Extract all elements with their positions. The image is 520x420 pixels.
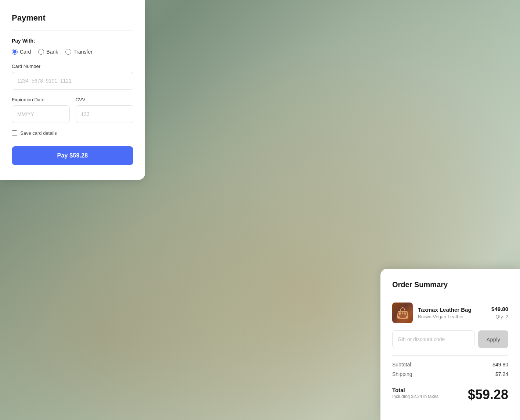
apply-button[interactable]: Apply: [478, 330, 508, 348]
cvv-field: CVV: [76, 97, 134, 123]
shipping-value: $7.24: [495, 371, 508, 377]
product-row: Taxmax Leather Bag Brown Vegan Leather $…: [392, 303, 508, 323]
card-number-label: Card Number: [12, 64, 133, 69]
summary-divider-top: [392, 355, 508, 356]
order-summary-title: Order Summary: [392, 280, 508, 289]
radio-bank[interactable]: Bank: [38, 49, 58, 55]
product-price: $49.80: [491, 306, 508, 312]
product-thumbnail: [392, 303, 413, 323]
product-price-column: $49.80 Qty: 2: [491, 306, 508, 320]
payment-method-group: Card Bank Transfer: [12, 49, 133, 55]
expiry-cvv-row: Expiration Date CVV: [12, 97, 133, 123]
save-card-checkbox[interactable]: [12, 130, 17, 136]
card-number-input[interactable]: [12, 72, 133, 90]
card-number-field: Card Number: [12, 64, 133, 90]
order-summary-card: Order Summary Taxmax Leather Bag Brown V…: [380, 269, 520, 420]
pay-button[interactable]: Pay $59.28: [12, 146, 133, 165]
discount-input[interactable]: [392, 330, 474, 348]
save-card-row: Save card details: [12, 130, 133, 136]
radio-transfer[interactable]: Transfer: [65, 49, 93, 55]
order-divider: [392, 295, 508, 295]
total-tax: Including $2.24 in taxes: [392, 394, 438, 399]
payment-card: Payment Pay With: Card Bank Transfer Car…: [0, 0, 145, 180]
radio-transfer-label: Transfer: [73, 49, 93, 55]
payment-title: Payment: [12, 13, 133, 23]
product-name: Taxmax Leather Bag: [418, 307, 486, 313]
expiration-label: Expiration Date: [12, 97, 70, 102]
cvv-input[interactable]: [76, 105, 134, 123]
product-variant: Brown Vegan Leather: [418, 314, 486, 319]
total-label-group: Total Including $2.24 in taxes: [392, 387, 438, 399]
subtotal-value: $49.80: [492, 362, 508, 368]
subtotal-row: Subtotal $49.80: [392, 362, 508, 368]
radio-card[interactable]: Card: [12, 49, 31, 55]
product-qty: Qty: 2: [495, 314, 508, 319]
subtotal-label: Subtotal: [392, 362, 411, 368]
save-card-label: Save card details: [20, 130, 57, 136]
radio-bank-input[interactable]: [38, 49, 44, 55]
product-info: Taxmax Leather Bag Brown Vegan Leather: [418, 307, 486, 319]
total-amount: $59.28: [468, 387, 508, 402]
total-divider: [392, 381, 508, 381]
radio-transfer-input[interactable]: [65, 49, 71, 55]
total-row: Total Including $2.24 in taxes $59.28: [392, 387, 508, 402]
shipping-label: Shipping: [392, 371, 412, 377]
radio-card-label: Card: [20, 49, 31, 55]
pay-with-label: Pay With:: [12, 38, 133, 44]
payment-divider: [12, 30, 133, 30]
radio-card-input[interactable]: [12, 49, 18, 55]
shipping-row: Shipping $7.24: [392, 371, 508, 377]
expiration-input[interactable]: [12, 105, 70, 123]
expiration-field: Expiration Date: [12, 97, 70, 123]
cvv-label: CVV: [76, 97, 134, 102]
radio-bank-label: Bank: [46, 49, 58, 55]
discount-row: Apply: [392, 330, 508, 348]
total-label: Total: [392, 387, 438, 393]
